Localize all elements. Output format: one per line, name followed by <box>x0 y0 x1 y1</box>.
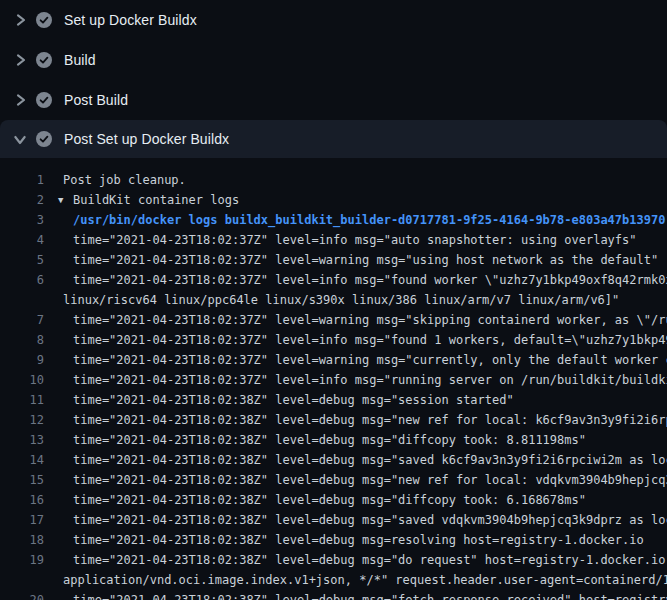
log-line-number[interactable]: 9 <box>0 350 44 370</box>
log-line-number[interactable]: 12 <box>0 410 44 430</box>
log-line: 1Post job cleanup. <box>0 170 667 190</box>
log-line: 19time="2021-04-23T18:02:38Z" level=debu… <box>0 550 667 570</box>
chevron-down-icon <box>12 131 28 147</box>
log-line-number[interactable]: 20 <box>0 590 44 600</box>
actions-log-viewer: Set up Docker BuildxBuildPost BuildPost … <box>0 0 667 600</box>
log-line-text: time="2021-04-23T18:02:38Z" level=debug … <box>44 530 644 550</box>
log-line-number[interactable]: 5 <box>0 250 44 270</box>
log-line: 16time="2021-04-23T18:02:38Z" level=debu… <box>0 490 667 510</box>
chevron-right-icon <box>12 52 28 68</box>
log-line: 3/usr/bin/docker logs buildx_buildkit_bu… <box>0 210 667 230</box>
step-title: Set up Docker Buildx <box>64 12 197 28</box>
log-line: 9time="2021-04-23T18:02:37Z" level=warni… <box>0 350 667 370</box>
log-line: 11time="2021-04-23T18:02:38Z" level=debu… <box>0 390 667 410</box>
log-line: application/vnd.oci.image.index.v1+json,… <box>0 570 667 590</box>
log-line-number <box>0 290 44 310</box>
log-line-number[interactable]: 15 <box>0 470 44 490</box>
log-line: 18time="2021-04-23T18:02:38Z" level=debu… <box>0 530 667 550</box>
log-line: 5time="2021-04-23T18:02:37Z" level=warni… <box>0 250 667 270</box>
log-group-toggle[interactable]: ▼BuildKit container logs <box>44 190 239 210</box>
log-line-text: Post job cleanup. <box>44 170 186 190</box>
log-line-number[interactable]: 13 <box>0 430 44 450</box>
log-command-text: /usr/bin/docker logs buildx_buildkit_bui… <box>44 210 665 230</box>
log-line-text: time="2021-04-23T18:02:37Z" level=warnin… <box>44 310 667 330</box>
log-line: 4time="2021-04-23T18:02:37Z" level=info … <box>0 230 667 250</box>
check-circle-icon <box>36 131 52 147</box>
log-line-number[interactable]: 16 <box>0 490 44 510</box>
check-circle-icon <box>36 12 52 28</box>
step-header-build[interactable]: Build <box>0 40 667 80</box>
log-line-text: time="2021-04-23T18:02:38Z" level=debug … <box>44 510 667 530</box>
group-expander-icon[interactable]: ▼ <box>58 190 73 210</box>
step-title: Post Set up Docker Buildx <box>64 131 229 147</box>
log-line-number[interactable]: 8 <box>0 330 44 350</box>
step-title: Post Build <box>64 92 128 108</box>
log-line-number[interactable]: 7 <box>0 310 44 330</box>
log-line-text: time="2021-04-23T18:02:38Z" level=debug … <box>44 450 667 470</box>
log-line-number <box>0 570 44 590</box>
log-line-number[interactable]: 19 <box>0 550 44 570</box>
log-line-number[interactable]: 17 <box>0 510 44 530</box>
log-line-number[interactable]: 1 <box>0 170 44 190</box>
log-line: 6time="2021-04-23T18:02:37Z" level=info … <box>0 270 667 290</box>
log-line-text: linux/riscv64 linux/ppc64le linux/s390x … <box>44 290 619 310</box>
log-line: 8time="2021-04-23T18:02:37Z" level=info … <box>0 330 667 350</box>
log-line: 10time="2021-04-23T18:02:37Z" level=info… <box>0 370 667 390</box>
log-line-number[interactable]: 18 <box>0 530 44 550</box>
check-circle-icon <box>36 52 52 68</box>
chevron-right-icon <box>12 12 28 28</box>
log-line: 20time="2021-04-23T18:02:38Z" level=debu… <box>0 590 667 600</box>
log-line-text: time="2021-04-23T18:02:37Z" level=info m… <box>44 270 667 290</box>
log-line-text: time="2021-04-23T18:02:38Z" level=debug … <box>44 550 667 570</box>
log-line-number[interactable]: 11 <box>0 390 44 410</box>
log-line: 12time="2021-04-23T18:02:38Z" level=debu… <box>0 410 667 430</box>
log-line-number[interactable]: 6 <box>0 270 44 290</box>
log-line: 15time="2021-04-23T18:02:38Z" level=debu… <box>0 470 667 490</box>
log-line-text: time="2021-04-23T18:02:38Z" level=debug … <box>44 390 514 410</box>
log-line: linux/riscv64 linux/ppc64le linux/s390x … <box>0 290 667 310</box>
log-line-text: time="2021-04-23T18:02:38Z" level=debug … <box>44 430 586 450</box>
step-header-post-build[interactable]: Post Build <box>0 80 667 120</box>
log-line-text: time="2021-04-23T18:02:37Z" level=info m… <box>44 370 667 390</box>
log-line-number[interactable]: 14 <box>0 450 44 470</box>
log-line-text: time="2021-04-23T18:02:37Z" level=warnin… <box>44 350 667 370</box>
log-line: 13time="2021-04-23T18:02:38Z" level=debu… <box>0 430 667 450</box>
log-line-text: time="2021-04-23T18:02:37Z" level=info m… <box>44 330 667 350</box>
log-line-number[interactable]: 10 <box>0 370 44 390</box>
log-line-text: time="2021-04-23T18:02:37Z" level=info m… <box>44 230 637 250</box>
log-line: 2▼BuildKit container logs <box>0 190 667 210</box>
log-line-number[interactable]: 4 <box>0 230 44 250</box>
log-line-text: time="2021-04-23T18:02:38Z" level=debug … <box>44 470 667 490</box>
step-header-set-up-docker-buildx[interactable]: Set up Docker Buildx <box>0 0 667 40</box>
step-title: Build <box>64 52 96 68</box>
log-line-text: time="2021-04-23T18:02:38Z" level=debug … <box>44 410 667 430</box>
log-line: 14time="2021-04-23T18:02:38Z" level=debu… <box>0 450 667 470</box>
step-header-post-set-up-docker-buildx[interactable]: Post Set up Docker Buildx <box>0 120 667 158</box>
log-line-text: time="2021-04-23T18:02:38Z" level=debug … <box>44 490 586 510</box>
chevron-right-icon <box>12 92 28 108</box>
steps-list: Set up Docker BuildxBuildPost BuildPost … <box>0 0 667 158</box>
log-line: 7time="2021-04-23T18:02:37Z" level=warni… <box>0 310 667 330</box>
log-line: 17time="2021-04-23T18:02:38Z" level=debu… <box>0 510 667 530</box>
check-circle-icon <box>36 92 52 108</box>
log-output: 1Post job cleanup.2▼BuildKit container l… <box>0 158 667 600</box>
log-line-text: application/vnd.oci.image.index.v1+json,… <box>44 570 667 590</box>
log-group-label: BuildKit container logs <box>73 190 239 210</box>
log-line-number[interactable]: 3 <box>0 210 44 230</box>
log-line-text: time="2021-04-23T18:02:38Z" level=debug … <box>44 590 667 600</box>
log-line-number[interactable]: 2 <box>0 190 44 210</box>
log-line-text: time="2021-04-23T18:02:37Z" level=warnin… <box>44 250 658 270</box>
